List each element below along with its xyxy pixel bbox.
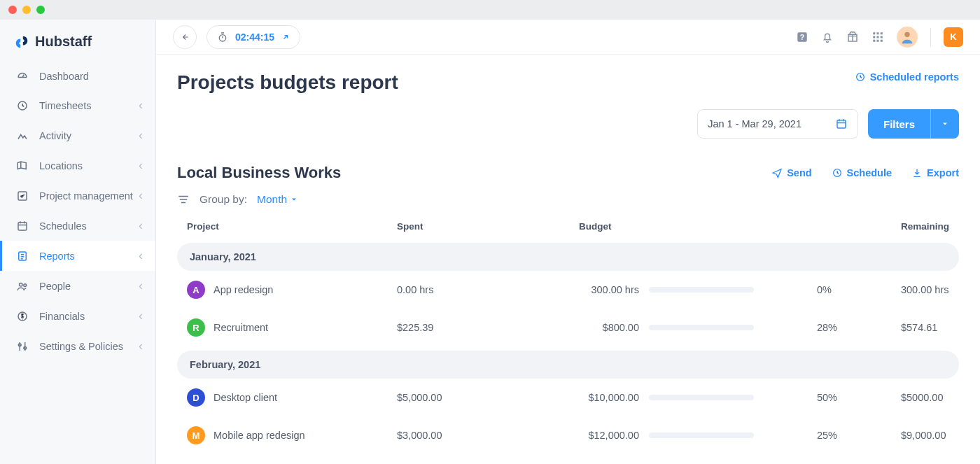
- sidebar-item-label: Locations: [39, 160, 83, 171]
- filters-button[interactable]: Filters: [868, 109, 959, 139]
- org-avatar-letter: K: [950, 31, 956, 42]
- budget-bar: [649, 433, 754, 438]
- timer-pill[interactable]: 02:44:15: [206, 25, 300, 49]
- sidebar-item-icon: [15, 340, 29, 353]
- spent-value: 0.00 hrs: [397, 284, 579, 295]
- section-title: Local Business Works: [177, 164, 341, 182]
- svg-point-21: [904, 31, 909, 36]
- spent-value: $225.39: [397, 322, 579, 333]
- table-body: January, 2021AApp redesign0.00 hrs300.00…: [177, 243, 959, 464]
- sidebar-item-schedules[interactable]: Schedules‹: [0, 211, 155, 241]
- sidebar-item-label: Schedules: [39, 220, 87, 232]
- export-label: Export: [927, 167, 959, 178]
- table-row[interactable]: DDesktop client$5,000.00$10,000.0050%$50…: [177, 379, 959, 416]
- budget-pct: 50%: [817, 392, 901, 403]
- org-avatar[interactable]: K: [944, 27, 963, 47]
- project-avatar: M: [187, 426, 205, 444]
- stopwatch-icon: [217, 31, 228, 43]
- col-remaining: Remaining: [901, 221, 949, 232]
- svg-rect-17: [881, 36, 883, 38]
- svg-text:?: ?: [800, 32, 804, 41]
- gift-icon[interactable]: [846, 31, 859, 43]
- page-title: Projects budgets report: [177, 71, 398, 94]
- sidebar-item-project-management[interactable]: Project management‹: [0, 181, 155, 211]
- sidebar-item-activity[interactable]: Activity‹: [0, 120, 155, 150]
- date-range-picker[interactable]: Jan 1 - Mar 29, 2021: [697, 109, 858, 139]
- chevron-left-icon: ‹: [139, 309, 143, 323]
- chevron-left-icon: ‹: [139, 279, 143, 293]
- chevron-left-icon: ‹: [139, 339, 143, 353]
- svg-point-4: [20, 283, 23, 286]
- bell-icon[interactable]: [821, 31, 834, 43]
- open-timer-icon: [281, 33, 290, 41]
- window-close-icon[interactable]: [8, 6, 17, 14]
- budget-bar: [649, 287, 754, 293]
- group-by-value: Month: [257, 193, 287, 206]
- budget-value: $12,000.00: [579, 430, 639, 441]
- filters-label: Filters: [868, 118, 930, 130]
- brand-logo[interactable]: Hubstaff: [0, 28, 155, 62]
- col-project: Project: [187, 221, 397, 232]
- sidebar-item-settings-policies[interactable]: Settings & Policies‹: [0, 331, 155, 361]
- sidebar-item-people[interactable]: People‹: [0, 271, 155, 301]
- project-avatar: D: [187, 388, 205, 407]
- budget-value: 300.00 hrs: [579, 284, 639, 295]
- budget-pct: 25%: [817, 430, 901, 441]
- timer-value: 02:44:15: [235, 31, 274, 43]
- remaining-value: $574.61: [901, 322, 949, 333]
- help-icon[interactable]: ?: [796, 31, 808, 43]
- send-button[interactable]: Send: [771, 167, 811, 178]
- sidebar-nav: DashboardTimesheets‹Activity‹Locations‹P…: [0, 62, 155, 361]
- sidebar-item-icon: [15, 129, 29, 142]
- sidebar-item-locations[interactable]: Locations‹: [0, 150, 155, 181]
- chevron-left-icon: ‹: [139, 188, 143, 203]
- sidebar-item-icon: [15, 250, 29, 262]
- send-label: Send: [787, 167, 811, 178]
- user-avatar[interactable]: [897, 27, 918, 48]
- table-row[interactable]: AApp redesign0.00 hrs300.00 hrs0%300.00 …: [177, 271, 959, 309]
- svg-rect-13: [877, 32, 879, 34]
- budget-bar: [649, 325, 754, 330]
- window-titlebar: [0, 0, 980, 20]
- group-by-dropdown[interactable]: Month: [257, 193, 298, 206]
- svg-rect-19: [877, 39, 879, 41]
- export-button[interactable]: Export: [911, 167, 959, 178]
- window-minimize-icon[interactable]: [22, 6, 31, 14]
- sidebar-item-icon: [15, 280, 29, 293]
- budget-value: $10,000.00: [579, 392, 639, 403]
- apps-icon[interactable]: [872, 31, 884, 43]
- table-row[interactable]: PProduct design21.47 hrs400.00 hrs5%378.…: [177, 454, 959, 464]
- sidebar-item-financials[interactable]: Financials‹: [0, 301, 155, 331]
- chevron-left-icon: ‹: [139, 248, 143, 263]
- budget-pct: 0%: [817, 284, 901, 295]
- window-maximize-icon[interactable]: [36, 6, 45, 14]
- filters-dropdown-icon[interactable]: [930, 109, 959, 139]
- sidebar-item-label: Timesheets: [39, 100, 91, 111]
- date-range-value: Jan 1 - Mar 29, 2021: [708, 118, 802, 129]
- sidebar-item-label: Dashboard: [39, 71, 89, 82]
- sidebar-item-icon: [15, 310, 29, 323]
- sidebar-item-icon: [15, 99, 29, 112]
- sidebar-item-icon: [15, 70, 29, 83]
- topbar: 02:44:15 ?: [156, 20, 980, 55]
- sidebar-item-label: People: [39, 281, 71, 292]
- project-avatar: R: [187, 318, 205, 337]
- table-row[interactable]: MMobile app redesign$3,000.00$12,000.002…: [177, 416, 959, 454]
- sidebar-item-timesheets[interactable]: Timesheets‹: [0, 90, 155, 120]
- svg-point-5: [24, 283, 27, 286]
- sidebar-item-dashboard[interactable]: Dashboard: [0, 62, 155, 90]
- project-name: Desktop client: [214, 392, 277, 403]
- month-heading: February, 2021: [177, 351, 959, 379]
- budget-pct: 28%: [817, 322, 901, 333]
- table-row[interactable]: RRecruitment$225.39$800.0028%$574.61: [177, 309, 959, 346]
- col-budget: Budget: [579, 221, 817, 232]
- schedule-button[interactable]: Schedule: [832, 167, 892, 178]
- divider: [930, 28, 931, 46]
- sidebar-item-label: Project management: [39, 190, 133, 202]
- budget-value: $800.00: [579, 322, 639, 333]
- scheduled-reports-link[interactable]: Scheduled reports: [855, 71, 959, 83]
- back-button[interactable]: [173, 25, 197, 49]
- sort-icon[interactable]: [177, 193, 190, 206]
- sidebar-item-reports[interactable]: Reports‹: [0, 241, 155, 271]
- project-avatar: A: [187, 281, 205, 299]
